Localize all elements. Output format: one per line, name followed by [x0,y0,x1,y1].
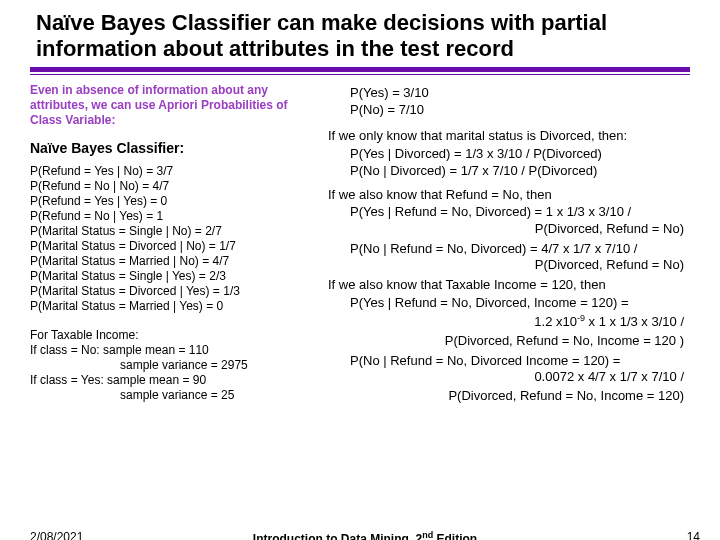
income-no-var: sample variance = 2975 [30,358,310,373]
income-head: For Taxable Income: [30,328,310,343]
refund-pno-a: P(No | Refund = No, Divorced) = 4/7 x 1/… [350,241,706,257]
slide-title: Naïve Bayes Classifier can make decision… [0,0,720,67]
slide-body: Even in absence of information about any… [0,75,720,408]
tax-head: If we also know that Taxable Income = 12… [328,277,706,293]
tax-pyes-c: P(Divorced, Refund = No, Income = 120 ) [328,334,706,349]
prob-item: P(Marital Status = Single | Yes) = 2/3 [30,269,310,284]
footer-center: Introduction to Data Mining, 2nd Edition [30,530,700,540]
classifier-subhead: Naïve Bayes Classifier: [30,140,310,156]
prob-item: P(Marital Status = Divorced | Yes) = 1/3 [30,284,310,299]
refund-pyes-b: P(Divorced, Refund = No) [328,222,706,237]
slide: Naïve Bayes Classifier can make decision… [0,0,720,540]
left-column: Even in absence of information about any… [30,83,310,408]
right-column: P(Yes) = 3/10 P(No) = 7/10 If we only kn… [328,83,706,408]
prob-item: P(Refund = Yes | Yes) = 0 [30,194,310,209]
divorced-head: If we only know that marital status is D… [328,128,706,144]
intro-text: Even in absence of information about any… [30,83,310,128]
income-block: For Taxable Income: If class = No: sampl… [30,328,310,403]
tax-pyes-a: P(Yes | Refund = No, Divorced, Income = … [350,295,706,311]
p-no: P(No) = 7/10 [350,102,706,118]
divorced-pyes: P(Yes | Divorced) = 1/3 x 3/10 / P(Divor… [350,146,706,162]
prob-item: P(Refund = Yes | No) = 3/7 [30,164,310,179]
prob-item: P(Refund = No | Yes) = 1 [30,209,310,224]
income-yes-var: sample variance = 25 [30,388,310,403]
prob-item: P(Marital Status = Divorced | No) = 1/7 [30,239,310,254]
p-yes: P(Yes) = 3/10 [350,85,706,101]
prob-item: P(Marital Status = Single | No) = 2/7 [30,224,310,239]
prob-item: P(Marital Status = Married | No) = 4/7 [30,254,310,269]
income-no-mean: If class = No: sample mean = 110 [30,343,310,358]
income-yes-mean: If class = Yes: sample mean = 90 [30,373,310,388]
prob-item: P(Marital Status = Married | Yes) = 0 [30,299,310,314]
divorced-pno: P(No | Divorced) = 1/7 x 7/10 / P(Divorc… [350,163,706,179]
refund-head: If we also know that Refund = No, then [328,187,706,203]
refund-pno-b: P(Divorced, Refund = No) [328,258,706,273]
tax-pno-b: 0.0072 x 4/7 x 1/7 x 7/10 / [328,370,706,385]
probability-list: P(Refund = Yes | No) = 3/7 P(Refund = No… [30,164,310,314]
prob-item: P(Refund = No | No) = 4/7 [30,179,310,194]
tax-pno-c: P(Divorced, Refund = No, Income = 120) [328,389,706,404]
footer-page-number: 14 [687,530,700,540]
title-underline [30,67,690,75]
refund-pyes-a: P(Yes | Refund = No, Divorced) = 1 x 1/3… [350,204,706,220]
tax-pyes-b: 1.2 x10-9 x 1 x 1/3 x 3/10 / [328,313,706,330]
tax-pno-a: P(No | Refund = No, Divorced Income = 12… [350,353,706,369]
